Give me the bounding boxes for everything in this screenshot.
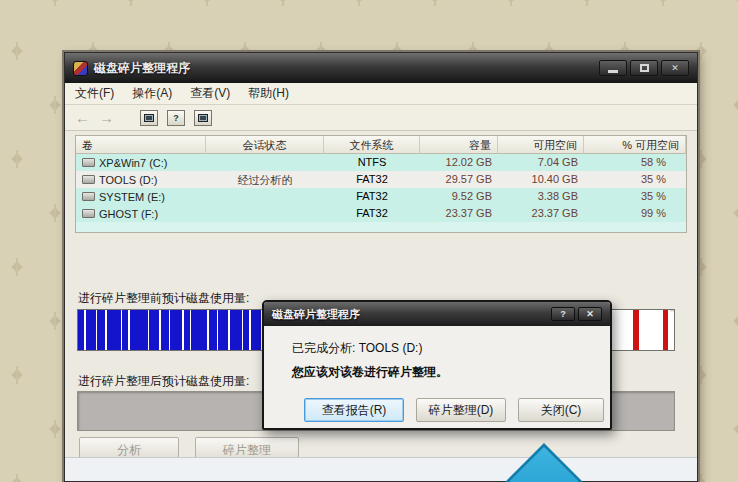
session-status: [206, 205, 324, 222]
window-bottom-strip: [65, 457, 697, 481]
close-icon: ✕: [671, 63, 679, 73]
free-space: 3.38 GB: [498, 188, 584, 205]
capacity: 12.02 GB: [420, 154, 498, 171]
drive-icon: [82, 158, 95, 167]
close-icon: ✕: [586, 309, 594, 319]
forward-icon[interactable]: →: [99, 110, 114, 125]
file-system: FAT32: [324, 171, 420, 188]
wallpaper-motif: [8, 42, 26, 60]
window-titlebar[interactable]: 磁盘碎片整理程序 ✕: [65, 53, 697, 83]
menu-action[interactable]: 操作(A): [132, 85, 172, 102]
capacity: 29.57 GB: [420, 171, 498, 188]
table-row[interactable]: SYSTEM (E:) FAT32 9.52 GB 3.38 GB 35 %: [76, 188, 686, 205]
minimize-button[interactable]: [599, 60, 627, 76]
minimize-icon: [608, 70, 618, 73]
col-session-status[interactable]: 会话状态: [206, 136, 324, 154]
volume-table: 卷 会话状态 文件系统 容量 可用空间 % 可用空间 XP&Win7 (C:) …: [75, 135, 687, 233]
wallpaper-motif: [502, 0, 520, 6]
session-status: [206, 188, 324, 205]
file-system: FAT32: [324, 188, 420, 205]
wallpaper-motif: [46, 96, 64, 114]
wallpaper-motif: [274, 0, 292, 6]
console-tree-icon[interactable]: [140, 110, 158, 126]
table-header: 卷 会话状态 文件系统 容量 可用空间 % 可用空间: [76, 136, 686, 154]
file-system: NTFS: [324, 154, 420, 171]
table-row[interactable]: XP&Win7 (C:) NTFS 12.02 GB 7.04 GB 58 %: [76, 154, 686, 171]
dialog-controls: ? ✕: [551, 307, 602, 321]
back-icon[interactable]: ←: [75, 110, 90, 125]
usage-after-label: 进行碎片整理后预计磁盘使用量:: [78, 373, 249, 390]
wallpaper-motif: [426, 0, 444, 6]
wallpaper-motif: [730, 96, 738, 114]
col-volume[interactable]: 卷: [76, 136, 206, 154]
menu-bar: 文件(F) 操作(A) 查看(V) 帮助(H): [65, 83, 697, 105]
col-free-space[interactable]: 可用空间: [498, 136, 584, 154]
col-file-system[interactable]: 文件系统: [324, 136, 420, 154]
drive-icon: [82, 175, 95, 184]
menu-view[interactable]: 查看(V): [190, 85, 230, 102]
menu-help[interactable]: 帮助(H): [248, 85, 289, 102]
analysis-complete-dialog: 磁盘碎片整理程序 ? ✕ 已完成分析: TOOLS (D:) 您应该对该卷进行碎…: [262, 300, 612, 430]
help-icon[interactable]: ?: [167, 110, 185, 126]
wallpaper-motif: [350, 0, 368, 6]
maximize-icon: [640, 64, 649, 72]
help-icon: ?: [560, 309, 566, 319]
pct-free: 99 %: [584, 205, 686, 222]
session-status: [206, 154, 324, 171]
app-icon: [73, 61, 88, 76]
recommendation-text: 您应该对该卷进行碎片整理。: [292, 364, 448, 381]
col-capacity[interactable]: 容量: [420, 136, 498, 154]
capacity: 9.52 GB: [420, 188, 498, 205]
analysis-result-text: 已完成分析: TOOLS (D:): [292, 340, 422, 357]
col-pct-free[interactable]: % 可用空间: [584, 136, 686, 154]
window-pane-icon: [198, 114, 208, 122]
wallpaper-motif: [654, 0, 672, 6]
wallpaper-motif: [730, 312, 738, 330]
volume-name: GHOST (F:): [99, 208, 158, 220]
free-space: 7.04 GB: [498, 154, 584, 171]
drive-icon: [82, 209, 95, 218]
export-list-icon[interactable]: [194, 110, 212, 126]
toolbar: ← → ?: [65, 105, 697, 131]
close-button[interactable]: ✕: [661, 60, 689, 76]
wallpaper-motif: [46, 312, 64, 330]
pct-free: 58 %: [584, 154, 686, 171]
drive-icon: [82, 192, 95, 201]
wallpaper-motif: [8, 474, 26, 482]
dialog-close-button[interactable]: ✕: [578, 307, 602, 321]
volume-name: XP&Win7 (C:): [99, 157, 167, 169]
dialog-defragment-button[interactable]: 碎片整理(D): [416, 398, 506, 422]
wallpaper-motif: [8, 258, 26, 276]
window-pane-icon: [144, 114, 154, 122]
view-report-button[interactable]: 查看报告(R): [304, 398, 404, 422]
wallpaper-motif: [578, 0, 596, 6]
dialog-help-button[interactable]: ?: [551, 307, 575, 321]
session-status: 经过分析的: [206, 171, 324, 188]
capacity: 23.37 GB: [420, 205, 498, 222]
volume-name: TOOLS (D:): [99, 174, 157, 186]
window-title: 磁盘碎片整理程序: [94, 60, 190, 77]
volume-name: SYSTEM (E:): [99, 191, 165, 203]
window-controls: ✕: [599, 60, 689, 76]
dialog-title: 磁盘碎片整理程序: [272, 307, 360, 322]
dialog-cancel-button[interactable]: 关闭(C): [518, 398, 604, 422]
menu-file[interactable]: 文件(F): [75, 85, 114, 102]
file-system: FAT32: [324, 205, 420, 222]
table-row[interactable]: TOOLS (D:) 经过分析的 FAT32 29.57 GB 10.40 GB…: [76, 171, 686, 188]
wallpaper-motif: [46, 0, 64, 6]
free-space: 23.37 GB: [498, 205, 584, 222]
pct-free: 35 %: [584, 188, 686, 205]
wallpaper-motif: [46, 204, 64, 222]
pct-free: 35 %: [584, 171, 686, 188]
desktop-wallpaper: 磁盘碎片整理程序 ✕ 文件(F) 操作(A) 查看(V) 帮助(H) ← → ?…: [0, 0, 738, 482]
wallpaper-motif: [198, 0, 216, 6]
wallpaper-motif: [730, 420, 738, 438]
dialog-titlebar[interactable]: 磁盘碎片整理程序 ? ✕: [264, 302, 610, 326]
usage-before-label: 进行碎片整理前预计磁盘使用量:: [78, 290, 249, 307]
maximize-button[interactable]: [630, 60, 658, 76]
wallpaper-motif: [122, 0, 140, 6]
wallpaper-motif: [730, 204, 738, 222]
wallpaper-motif: [730, 0, 738, 6]
table-row[interactable]: GHOST (F:) FAT32 23.37 GB 23.37 GB 99 %: [76, 205, 686, 222]
wallpaper-motif: [8, 366, 26, 384]
